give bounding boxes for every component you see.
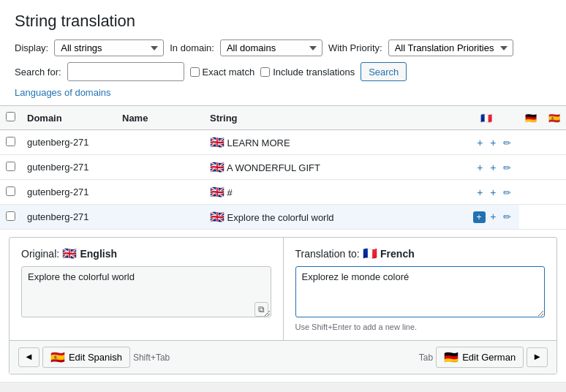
add-de-button[interactable]: +	[488, 162, 498, 173]
row-domain: gutenberg-271	[21, 130, 116, 155]
edit-button[interactable]: ✏	[501, 187, 513, 198]
table-header-row: Domain Name String 🇫🇷 🇩🇪 🇪🇸	[0, 106, 566, 130]
panel-translation: Translation to: 🇫🇷 French Use Shift+Ente…	[284, 238, 557, 340]
flag-de-header: 🇩🇪	[519, 106, 543, 130]
original-textarea	[21, 266, 271, 317]
edit-spanish-button[interactable]: 🇪🇸 Edit Spanish	[42, 347, 130, 368]
row-actions: + + ✏	[453, 130, 519, 155]
add-fr-button[interactable]: +	[475, 137, 485, 148]
translation-title: Translation to: 🇫🇷 French	[295, 246, 546, 260]
row-name	[116, 205, 204, 230]
table-row: gutenberg-271 🇬🇧 # + + ✏	[0, 180, 566, 205]
row-domain: gutenberg-271	[21, 155, 116, 180]
row-checkbox-cell[interactable]	[0, 205, 21, 230]
panel-original: Original: 🇬🇧 English ⧉	[10, 238, 284, 340]
page-title: String translation	[15, 12, 551, 31]
row-checkbox[interactable]	[6, 186, 15, 196]
edit-button[interactable]: ✏	[501, 162, 513, 173]
prev-arrow-button[interactable]: ◄	[18, 347, 39, 366]
add-fr-filled-button[interactable]: +	[473, 211, 486, 223]
flag-es-header: 🇪🇸	[543, 106, 566, 130]
include-translations-label[interactable]: Include translations	[260, 67, 355, 78]
name-header: Name	[116, 106, 204, 130]
row-string: 🇬🇧 LEARN MORE	[204, 130, 453, 155]
table-row: gutenberg-271 🇬🇧 A WONDERFUL GIFT + + ✏	[0, 155, 566, 180]
nav-footer: ◄ 🇪🇸 Edit Spanish Shift+Tab Tab	[10, 340, 556, 374]
translation-flag: 🇫🇷	[363, 247, 380, 260]
row-actions: + + ✏	[453, 180, 519, 205]
original-wrap: ⧉	[21, 266, 271, 320]
original-title: Original: 🇬🇧 English	[21, 246, 271, 260]
german-flag: 🇩🇪	[444, 350, 459, 364]
string-flag: 🇬🇧	[210, 136, 224, 148]
string-flag: 🇬🇧	[210, 211, 224, 223]
select-all-checkbox[interactable]	[6, 112, 15, 121]
search-row: Search for: Exact match Include translat…	[15, 62, 551, 81]
next-arrow-button[interactable]: ►	[527, 347, 548, 366]
add-fr-button[interactable]: +	[475, 162, 485, 173]
row-checkbox[interactable]	[6, 162, 15, 171]
panel-row: Original: 🇬🇧 English ⧉	[10, 238, 556, 340]
row-string: 🇬🇧 A WONDERFUL GIFT	[204, 155, 453, 180]
add-de-button[interactable]: +	[488, 186, 498, 198]
page-header: String translation Display: All stringsT…	[0, 0, 566, 105]
row-actions: + + ✏	[453, 155, 519, 180]
row-string: 🇬🇧 Explore the colorful world	[204, 205, 453, 230]
row-checkbox[interactable]	[6, 137, 15, 146]
nav-left: ◄ 🇪🇸 Edit Spanish Shift+Tab	[18, 347, 170, 368]
translation-textarea[interactable]	[295, 266, 546, 317]
row-checkbox-cell[interactable]	[0, 130, 21, 155]
translation-panel-cell: Original: 🇬🇧 English ⧉	[0, 230, 566, 382]
string-flag: 🇬🇧	[210, 161, 224, 173]
exact-match-checkbox[interactable]	[190, 67, 200, 77]
row-actions: + + ✏	[453, 205, 519, 230]
shift-tab-label: Shift+Tab	[133, 353, 170, 363]
edit-button[interactable]: ✏	[501, 137, 513, 148]
table-row-expanded: gutenberg-271 🇬🇧 Explore the colorful wo…	[0, 205, 566, 230]
row-domain: gutenberg-271	[21, 180, 116, 205]
row-checkbox-cell[interactable]	[0, 180, 21, 205]
row-checkbox-cell[interactable]	[0, 155, 21, 180]
original-flag: 🇬🇧	[62, 247, 80, 260]
translation-hint: Use Shift+Enter to add a new line.	[295, 323, 546, 331]
domain-header: Domain	[21, 106, 116, 130]
priority-label: With Priority:	[328, 42, 382, 53]
table-wrap: Domain Name String 🇫🇷 🇩🇪 🇪🇸 gutenberg-27…	[0, 105, 566, 382]
nav-right: Tab 🇩🇪 Edit German ►	[419, 347, 548, 368]
copy-button[interactable]: ⧉	[254, 302, 268, 317]
priority-select[interactable]: All Translation Priorities	[388, 39, 513, 56]
spanish-flag: 🇪🇸	[50, 350, 65, 364]
search-for-label: Search for:	[15, 67, 61, 78]
string-flag: 🇬🇧	[210, 186, 224, 198]
domain-select[interactable]: All domains	[220, 39, 322, 56]
include-translations-checkbox[interactable]	[260, 67, 270, 77]
search-input[interactable]	[67, 62, 184, 81]
translation-panel-wrap: Original: 🇬🇧 English ⧉	[0, 230, 566, 382]
display-select[interactable]: All stringsTranslated stringsUntranslate…	[54, 39, 164, 56]
display-label: Display:	[15, 42, 48, 53]
edit-button[interactable]: ✏	[501, 211, 513, 222]
page-wrap: String translation Display: All stringsT…	[0, 0, 566, 382]
exact-match-label[interactable]: Exact match	[190, 67, 255, 78]
row-name	[116, 155, 204, 180]
flag-fr-header: 🇫🇷	[453, 106, 519, 130]
row-name	[116, 180, 204, 205]
tab-label: Tab	[419, 353, 433, 363]
translation-panel-row: Original: 🇬🇧 English ⧉	[0, 230, 566, 382]
add-fr-button[interactable]: +	[475, 186, 485, 198]
translation-panel: Original: 🇬🇧 English ⧉	[9, 237, 557, 374]
table-row: gutenberg-271 🇬🇧 LEARN MORE + + ✏	[0, 130, 566, 155]
add-de-button[interactable]: +	[488, 137, 498, 148]
row-checkbox[interactable]	[6, 211, 15, 221]
domain-label: In domain:	[170, 42, 214, 53]
add-de-button[interactable]: +	[488, 211, 498, 222]
languages-of-domains-link[interactable]: Languages of domains	[15, 87, 111, 98]
search-button[interactable]: Search	[361, 62, 407, 81]
edit-german-button[interactable]: 🇩🇪 Edit German	[436, 347, 524, 368]
row-name	[116, 130, 204, 155]
row-string: 🇬🇧 #	[204, 180, 453, 205]
select-all-header[interactable]	[0, 106, 21, 130]
strings-table: Domain Name String 🇫🇷 🇩🇪 🇪🇸 gutenberg-27…	[0, 106, 566, 382]
string-header: String	[204, 106, 453, 130]
row-domain: gutenberg-271	[21, 205, 116, 230]
